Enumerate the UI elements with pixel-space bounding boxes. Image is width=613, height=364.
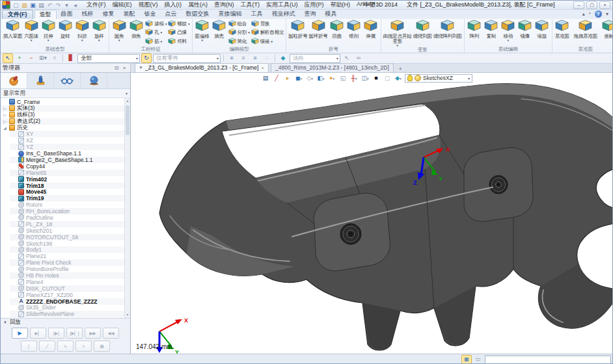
tab-close-icon[interactable]: × bbox=[261, 64, 264, 72]
scene-settings-icon[interactable]: ◆▾ bbox=[394, 74, 403, 82]
tree-item[interactable]: DISK_CUTOUT bbox=[10, 285, 130, 292]
tree-item[interactable]: Ins_C_BaseShape.1.1 bbox=[10, 150, 130, 157]
tree-item[interactable]: Copy44 bbox=[10, 163, 130, 170]
tree-item[interactable]: AZZZZZ_ENDOFBASE_ZZZZ bbox=[10, 298, 130, 305]
replay-edit-button[interactable]: ╱ bbox=[39, 341, 55, 352]
replay-header[interactable]: ▼ 回放 bbox=[1, 318, 130, 326]
manager-close-icon[interactable]: × bbox=[120, 65, 128, 71]
scroll-down-icon[interactable]: ▼ bbox=[125, 312, 130, 318]
graphics-viewport[interactable]: ▤╱▸◼▾◇▾◧▾●▾◱╫▾◫▾■▢◆▾SketchesXZ▾ bbox=[131, 73, 612, 354]
tree-item[interactable]: PlaneXZ17_XZ200 bbox=[10, 292, 130, 298]
csys-button[interactable]: 坐标 bbox=[601, 20, 612, 46]
minimize-ribbon-icon[interactable]: ▴ bbox=[582, 11, 585, 17]
normal-filter-combo[interactable]: 法向▾ bbox=[290, 54, 340, 63]
visual-manager-tab[interactable] bbox=[81, 73, 107, 88]
taper-button[interactable]: 锥削 bbox=[346, 20, 362, 46]
tree-item[interactable]: XZ bbox=[10, 137, 130, 144]
replay-insert-curve-button[interactable]: ∫ bbox=[21, 341, 37, 352]
rib-button[interactable]: 筋▾ bbox=[145, 38, 167, 46]
tab-label[interactable]: _Z3_GL_BrakesModelB_2013.Z3 - [C_Frame] bbox=[145, 64, 258, 72]
tree-item[interactable]: RH_BoreLocation bbox=[10, 208, 130, 214]
print-icon[interactable]: ▤ bbox=[37, 1, 46, 9]
visibility-manager-tab[interactable] bbox=[54, 73, 81, 88]
tree-item[interactable]: Move45 bbox=[10, 188, 130, 195]
ribbon-tab[interactable]: 修复 bbox=[98, 10, 119, 18]
tab-pin-icon[interactable]: + bbox=[139, 64, 143, 72]
face-offset-button[interactable]: 面偏移▾ bbox=[194, 20, 211, 46]
pick-box-icon[interactable]: ⊞▾ bbox=[38, 53, 48, 63]
tree-item[interactable]: XY bbox=[10, 131, 130, 137]
multi-viewport-icon[interactable]: ◫▾ bbox=[361, 74, 370, 82]
insert-sketch-button[interactable]: 插入草图 bbox=[3, 20, 23, 46]
collapse-quickbar-icon[interactable]: ◂ bbox=[71, 1, 79, 9]
tree-filter-dropdown-icon[interactable]: ▾ bbox=[126, 91, 128, 96]
simplify-button[interactable]: 简化 bbox=[228, 38, 250, 46]
wireframe-display-icon[interactable]: ◇▾ bbox=[305, 74, 314, 82]
quick-pick-icon[interactable]: ▸ bbox=[283, 74, 292, 82]
combine-button[interactable]: 组合 bbox=[228, 20, 250, 28]
menu-item[interactable]: 查询(N) bbox=[211, 1, 238, 9]
help-icon[interactable]: ? bbox=[595, 10, 602, 18]
tree-item[interactable]: Plane21 bbox=[10, 253, 130, 259]
restore-button[interactable]: ▢ bbox=[586, 1, 597, 9]
new-file-icon[interactable]: ▢ bbox=[12, 1, 20, 9]
replay-play-button[interactable]: ▶ bbox=[12, 328, 28, 339]
replay-fast-forward-button[interactable]: ▶▶ bbox=[85, 328, 101, 339]
tree-expander-icon[interactable]: ▷ bbox=[3, 106, 7, 110]
ribbon-tab[interactable]: 曲面 bbox=[57, 10, 77, 18]
close-button[interactable]: × bbox=[599, 1, 610, 9]
deform-point-button[interactable]: 由指定点开始变形▾ bbox=[383, 20, 413, 47]
replay-play-to-button[interactable]: ▶▏ bbox=[30, 328, 46, 339]
add-to-selection-icon[interactable]: + bbox=[14, 53, 25, 63]
tree-expander-icon[interactable]: ▷ bbox=[3, 112, 7, 117]
draft-button[interactable]: 拔模▾ bbox=[145, 20, 167, 28]
ribbon-tab[interactable]: 造型 bbox=[34, 10, 57, 19]
replace-button[interactable]: 替换 bbox=[251, 20, 284, 28]
annotation-bubble-icon[interactable]: ◌ bbox=[262, 53, 272, 63]
stretch-button[interactable]: 伸展 bbox=[362, 20, 379, 46]
tree-expander-icon[interactable]: ▷ bbox=[3, 119, 7, 124]
prompt-list-icon[interactable]: ▭ bbox=[473, 355, 484, 364]
menu-item[interactable]: 属性(A) bbox=[185, 1, 211, 9]
scale-button[interactable]: 缩放 bbox=[534, 20, 551, 46]
tree-item[interactable]: Sketch198 bbox=[10, 240, 130, 247]
torus-bend-button[interactable]: 圆环折弯 bbox=[308, 20, 328, 46]
replay-step-button[interactable]: (▶) bbox=[48, 328, 64, 339]
wrap-array-button[interactable]: 缠绕阵列到面 bbox=[433, 20, 463, 47]
shell-button[interactable]: 抽壳 bbox=[211, 20, 228, 46]
box-button[interactable]: 六面体▾ bbox=[23, 20, 40, 46]
menu-item[interactable]: 编辑(E) bbox=[109, 1, 135, 9]
customize-quickbar-icon[interactable]: ▾ bbox=[62, 1, 71, 9]
move-feature-button[interactable]: 移动▾ bbox=[500, 20, 517, 46]
ribbon-tab[interactable]: 直接编辑 bbox=[214, 10, 247, 18]
redo-icon[interactable]: ↷ bbox=[54, 1, 62, 9]
tree-item[interactable]: Plane65 bbox=[10, 170, 130, 176]
help-dropdown-icon[interactable]: ▾ bbox=[606, 11, 608, 17]
erase-blank-icon[interactable]: ╱ bbox=[272, 74, 281, 82]
menu-item[interactable]: 帮助(H) bbox=[327, 1, 354, 9]
collapse-section-icon[interactable]: ▼ bbox=[3, 320, 7, 324]
manager-float-icon[interactable]: ⊡ bbox=[113, 65, 120, 71]
tree-item[interactable]: ◢历史 bbox=[1, 125, 130, 131]
menu-item[interactable]: 实用工具(U) bbox=[263, 1, 301, 9]
stock-button[interactable]: 坯料 bbox=[168, 38, 189, 46]
copy-feature-button[interactable]: 复制 bbox=[483, 20, 500, 46]
fillet-button[interactable]: 圆角▾ bbox=[111, 20, 128, 46]
ribbon-tab[interactable]: 装配 bbox=[119, 10, 140, 18]
part-filter-combo[interactable]: 仅有零件▾ bbox=[153, 54, 221, 63]
drag-datum-button[interactable]: 拖拽基准面 bbox=[571, 20, 601, 46]
entity-filter-combo[interactable]: 全部▾ bbox=[77, 54, 140, 63]
save-icon[interactable]: ▣ bbox=[29, 1, 37, 9]
extrude-button[interactable]: 拉伸▾ bbox=[40, 20, 57, 46]
ribbon-tab[interactable]: 模具 bbox=[321, 10, 342, 18]
orientation-icon[interactable]: ◆ bbox=[278, 53, 288, 63]
loft-button[interactable]: 放样▾ bbox=[90, 20, 107, 46]
minimize-button[interactable]: – bbox=[573, 1, 584, 9]
replay-delete-button[interactable]: × bbox=[75, 341, 92, 352]
tree-item[interactable]: PadOutline bbox=[10, 214, 130, 221]
prompt-grid-icon[interactable]: ▦ bbox=[461, 355, 472, 364]
layer-combo[interactable]: SketchesXZ▾ bbox=[405, 74, 472, 83]
ribbon-tab[interactable]: 查询 bbox=[300, 10, 321, 18]
ribbon-tab[interactable]: 线框 bbox=[77, 10, 98, 18]
tree-item[interactable]: HB Pin Holes bbox=[10, 272, 130, 279]
